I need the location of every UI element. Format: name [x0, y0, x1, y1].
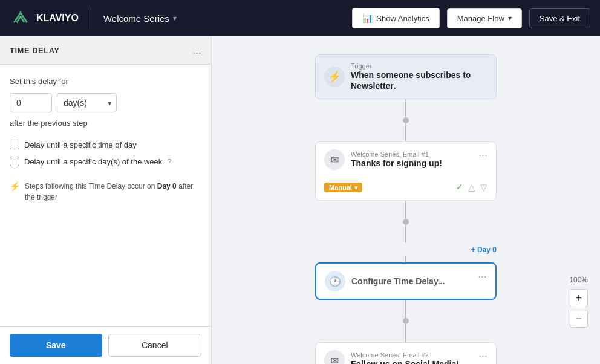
email1-node[interactable]: ✉ Welcome Series, Email #1 Thanks for si… [315, 141, 497, 201]
connector-line-1b [405, 123, 406, 141]
email2-icon: ✉ [331, 355, 339, 364]
connector-line-1 [405, 99, 406, 117]
trigger-icon-wrap: ⚡ [324, 67, 345, 87]
zoom-controls: 100% + − [569, 276, 588, 328]
email1-footer: Manual ▾ ✓ △ ▽ [316, 177, 496, 200]
delay-unit-select[interactable]: minute(s) hour(s) day(s) week(s) [57, 93, 117, 112]
email2-icon-wrap: ✉ [324, 350, 345, 364]
sidebar-title: TIME DELAY [10, 46, 60, 55]
day-label: + Day 0 [315, 243, 497, 256]
zoom-level: 100% [569, 276, 588, 284]
zoom-out-button[interactable]: − [570, 310, 588, 328]
trigger-lightning-icon: ⚡ [328, 70, 341, 83]
navbar: KLAVIYO Welcome Series ▾ 📊 Show Analytic… [0, 0, 600, 36]
email1-meta: Welcome Series, Email #1 Thanks for sign… [351, 151, 472, 169]
checkbox-time-of-day-label: Delay until a specific time of day [24, 140, 137, 149]
trigger-node-header: ⚡ Trigger When someone subscribes to New… [316, 55, 496, 99]
trigger-node-meta: Trigger When someone subscribes to Newsl… [351, 62, 488, 91]
checkbox-time-of-day[interactable] [10, 140, 19, 149]
email1-actions: ✓ △ ▽ [456, 182, 488, 193]
connector-line-4b [405, 324, 406, 342]
sidebar-body: Set this delay for minute(s) hour(s) day… [0, 65, 211, 326]
info-text: Steps following this Time Delay occur on… [25, 181, 201, 203]
sidebar-footer: Save Cancel [0, 326, 211, 364]
bar-chart-icon: 📊 [362, 13, 373, 23]
flow-canvas: ⚡ Trigger When someone subscribes to New… [212, 36, 600, 364]
flow-name[interactable]: Welcome Series ▾ [103, 13, 177, 24]
checkbox-time-of-day-row: Delay until a specific time of day [10, 140, 201, 149]
email2-meta: Welcome Series, Email #2 Follow us on So… [351, 351, 472, 364]
email2-node[interactable]: ✉ Welcome Series, Email #2 Follow us on … [315, 342, 497, 364]
trigger-type-label: Trigger [351, 62, 488, 70]
save-button[interactable]: Save [10, 334, 102, 357]
email1-icon: ✉ [331, 154, 339, 166]
time-delay-header: 🕐 Configure Time Delay... ··· [316, 264, 495, 299]
checkbox-day-of-week-row: Delay until a specific day(s) of the wee… [10, 157, 201, 166]
flow-name-dropdown-icon[interactable]: ▾ [173, 14, 177, 22]
email1-header: ✉ Welcome Series, Email #1 Thanks for si… [316, 142, 496, 177]
sidebar: TIME DELAY ... Set this delay for minute… [0, 36, 212, 364]
cancel-button[interactable]: Cancel [108, 334, 202, 357]
email1-up-icon[interactable]: △ [468, 182, 475, 193]
clock-icon: 🕐 [329, 276, 341, 287]
email1-title: Thanks for signing up! [351, 158, 472, 169]
email2-header: ✉ Welcome Series, Email #2 Follow us on … [316, 343, 496, 364]
lightning-icon: ⚡ [10, 181, 20, 191]
email1-check-icon[interactable]: ✓ [456, 182, 463, 193]
email1-menu-icon[interactable]: ··· [478, 149, 488, 160]
connector-line-4 [405, 300, 406, 318]
time-delay-menu-icon[interactable]: ··· [478, 271, 487, 282]
connector-dot-1 [403, 117, 409, 123]
brand-logo: KLAVIYO [10, 7, 91, 29]
badge-arrow-icon: ▾ [354, 184, 357, 191]
manage-flow-button[interactable]: Manage Flow ▾ [447, 8, 522, 28]
flow-column: ⚡ Trigger When someone subscribes to New… [309, 54, 503, 364]
email1-funnel-icon[interactable]: ▽ [480, 182, 488, 193]
save-exit-button[interactable]: Save & Exit [529, 8, 590, 28]
brand-name: KLAVIYO [36, 13, 79, 24]
time-delay-node[interactable]: 🕐 Configure Time Delay... ··· [315, 262, 497, 300]
checkbox-day-of-week-label: Delay until a specific day(s) of the wee… [24, 157, 162, 166]
email1-icon-wrap: ✉ [324, 149, 345, 170]
info-box: ⚡ Steps following this Time Delay occur … [10, 181, 201, 203]
connector-line-2 [405, 201, 406, 219]
email1-badge[interactable]: Manual ▾ [324, 183, 362, 192]
trigger-node[interactable]: ⚡ Trigger When someone subscribes to New… [315, 54, 497, 99]
time-delay-meta: Configure Time Delay... [351, 276, 472, 287]
time-delay-title: Configure Time Delay... [351, 276, 472, 287]
sidebar-header: TIME DELAY ... [0, 36, 211, 65]
delay-input-row: minute(s) hour(s) day(s) week(s) [10, 93, 201, 112]
help-icon[interactable]: ? [167, 157, 171, 166]
sidebar-menu-icon[interactable]: ... [192, 45, 201, 56]
trigger-title: When someone subscribes to Newsletter. [351, 70, 488, 91]
svg-rect-0 [10, 7, 31, 29]
delay-number-input[interactable] [10, 93, 52, 112]
delay-label: Set this delay for [10, 77, 201, 86]
delay-unit-wrap: minute(s) hour(s) day(s) week(s) [57, 93, 117, 112]
time-delay-icon-wrap: 🕐 [325, 271, 345, 291]
email2-menu-icon[interactable]: ··· [478, 350, 488, 361]
connector-dot-2 [403, 219, 409, 225]
connector-line-2b [405, 225, 406, 243]
main-layout: TIME DELAY ... Set this delay for minute… [0, 36, 600, 364]
email1-type: Welcome Series, Email #1 [351, 151, 472, 158]
connector-line-3 [405, 256, 406, 262]
checkbox-day-of-week[interactable] [10, 157, 19, 166]
klaviyo-logo-icon [10, 7, 31, 29]
after-step-text: after the previous step [10, 119, 201, 128]
email2-type: Welcome Series, Email #2 [351, 351, 472, 359]
show-analytics-button[interactable]: 📊 Show Analytics [352, 8, 439, 28]
connector-dot-4 [403, 318, 409, 324]
manage-dropdown-icon: ▾ [508, 14, 512, 22]
zoom-in-button[interactable]: + [570, 289, 588, 307]
email2-title: Follow us on Social Media! [351, 359, 472, 364]
